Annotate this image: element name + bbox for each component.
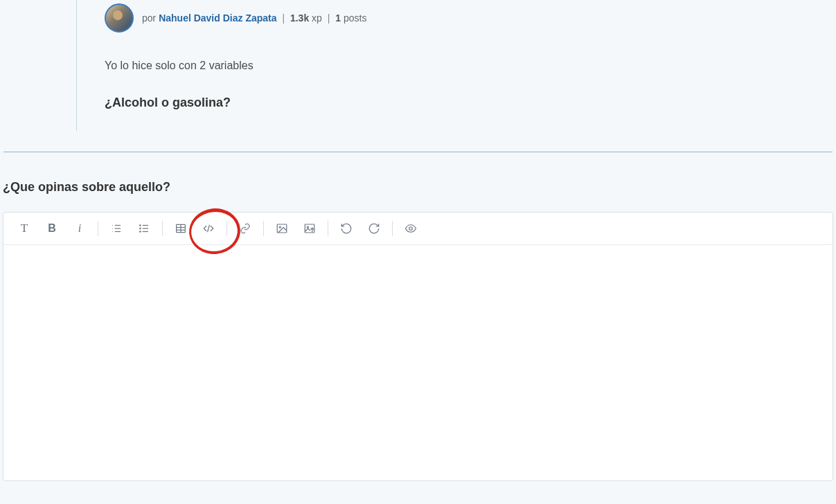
code-button[interactable]	[195, 218, 222, 239]
posts-value: 1	[335, 12, 341, 24]
redo-button[interactable]	[360, 218, 388, 239]
svg-point-22	[409, 226, 413, 230]
image-button[interactable]	[268, 218, 296, 239]
heading-icon: T	[21, 222, 28, 235]
meta-separator: |	[282, 12, 285, 24]
post-header: por Nahuel David Diaz Zapata | 1.3k xp |…	[105, 0, 836, 33]
toolbar-separator	[392, 221, 393, 236]
image-upload-button[interactable]	[296, 218, 323, 239]
toolbar-separator	[328, 221, 328, 236]
link-icon	[240, 223, 251, 234]
xp-label: xp	[309, 12, 322, 24]
table-button[interactable]	[167, 218, 195, 239]
editor-textarea[interactable]	[3, 245, 833, 480]
svg-point-10	[140, 228, 141, 229]
undo-button[interactable]	[332, 218, 360, 239]
avatar[interactable]	[105, 3, 134, 33]
post-body: Yo lo hice solo con 2 variables	[105, 57, 836, 75]
italic-button[interactable]: i	[66, 218, 94, 239]
toolbar-separator	[98, 221, 98, 236]
bold-button[interactable]: B	[38, 218, 66, 239]
post-meta: por Nahuel David Diaz Zapata | 1.3k xp |…	[142, 12, 366, 24]
post-subtitle: ¿Alcohol o gasolina?	[105, 96, 836, 110]
editor-toolbar: T B i	[3, 213, 833, 245]
editor: T B i	[3, 212, 833, 481]
reply-section: ¿Que opinas sobre aquello? T B i	[0, 180, 836, 481]
by-label: por	[142, 12, 159, 24]
posts-label: posts	[341, 12, 366, 24]
meta-separator: |	[328, 12, 330, 24]
preview-icon	[404, 222, 417, 235]
toolbar-separator	[162, 221, 163, 236]
section-separator	[3, 152, 833, 152]
heading-button[interactable]: T	[10, 218, 38, 239]
link-button[interactable]	[231, 218, 259, 239]
svg-line-16	[208, 224, 210, 232]
author-link[interactable]: Nahuel David Diaz Zapata	[159, 12, 276, 24]
svg-point-20	[307, 226, 308, 228]
post-thread-line: por Nahuel David Diaz Zapata | 1.3k xp |…	[76, 0, 836, 131]
toolbar-separator	[226, 221, 227, 236]
unordered-list-icon	[138, 222, 150, 235]
table-icon	[175, 222, 187, 235]
unordered-list-button[interactable]	[130, 218, 158, 239]
toolbar-separator	[263, 221, 264, 236]
undo-icon	[340, 222, 353, 235]
ordered-list-icon	[110, 222, 123, 235]
xp-value: 1.3k	[290, 12, 309, 24]
svg-point-9	[140, 224, 141, 226]
ordered-list-button[interactable]	[103, 218, 130, 239]
reply-heading: ¿Que opinas sobre aquello?	[3, 180, 833, 195]
image-icon	[276, 222, 288, 235]
preview-button[interactable]	[397, 218, 425, 239]
redo-icon	[368, 222, 380, 235]
svg-point-11	[140, 231, 141, 232]
code-icon	[202, 222, 215, 235]
bold-icon: B	[48, 222, 56, 235]
svg-point-18	[279, 226, 281, 228]
post-container: por Nahuel David Diaz Zapata | 1.3k xp |…	[0, 0, 836, 152]
italic-icon: i	[78, 222, 81, 235]
image-upload-icon	[303, 222, 316, 235]
